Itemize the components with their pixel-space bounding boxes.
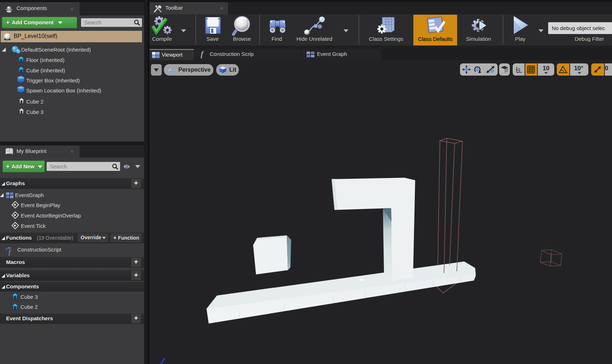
svg-text:f: f <box>9 248 11 256</box>
